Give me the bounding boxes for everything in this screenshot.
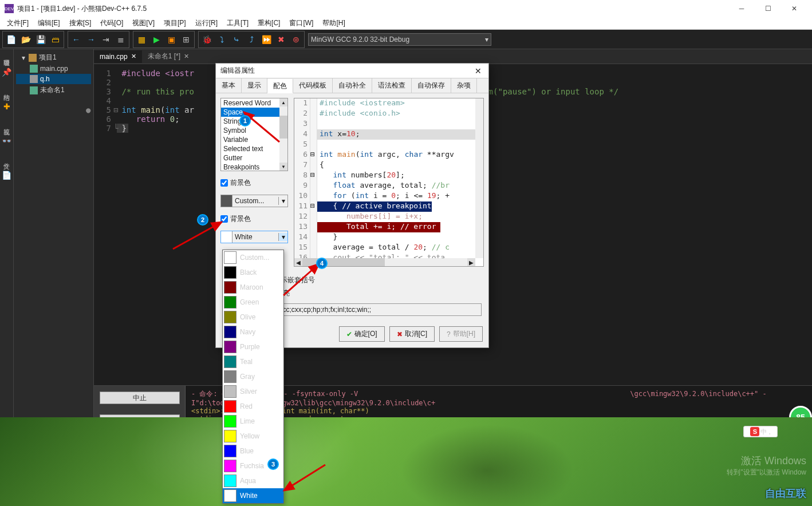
bg-color-value: White — [232, 233, 278, 241]
step-out-icon[interactable]: ⤴ — [245, 33, 258, 46]
menu-search[interactable]: 搜索[S] — [65, 17, 96, 29]
side-tab-files[interactable]: 文件 — [1, 155, 12, 161]
dialog-titlebar[interactable]: 编辑器属性 ✕ — [216, 64, 488, 78]
color-item-purple[interactable]: Purple — [223, 339, 283, 354]
close-button[interactable]: ✕ — [781, 0, 807, 17]
balloon-1: 1 — [239, 115, 251, 126]
side-tab-watch[interactable]: 监视 — [1, 120, 12, 127]
pin-icon[interactable]: 📌 — [1, 64, 13, 80]
stop-debug-icon[interactable]: ✖ — [274, 33, 288, 46]
dtab-display[interactable]: 显示 — [242, 78, 267, 93]
color-item-maroon[interactable]: Maroon — [223, 280, 283, 295]
tree-item-main[interactable]: main.cpp — [16, 64, 91, 74]
menu-window[interactable]: 窗口[W] — [285, 17, 318, 29]
run-icon[interactable]: ▶ — [149, 33, 163, 46]
maximize-button[interactable]: ☐ — [755, 0, 781, 17]
expand-icon[interactable]: ▾ — [21, 54, 26, 62]
color-item-blue[interactable]: Blue — [223, 444, 283, 458]
side-tab-project[interactable]: 项目管理 — [1, 52, 12, 58]
menu-run[interactable]: 运行[R] — [191, 17, 222, 29]
bg-checkbox[interactable]: 背景色 — [220, 213, 288, 225]
open-icon[interactable]: 📂 — [19, 33, 33, 46]
tree-root[interactable]: ▾ 项目1 — [16, 52, 91, 64]
close-icon[interactable]: ✕ — [472, 66, 484, 76]
minimize-button[interactable]: ─ — [728, 0, 755, 17]
help-button[interactable]: ?帮助[H] — [439, 326, 483, 342]
list-item[interactable]: Gutter — [221, 153, 287, 163]
list-item[interactable]: Reserved Word — [221, 98, 287, 108]
menu-project[interactable]: 项目[P] — [159, 17, 191, 29]
menu-refactor[interactable]: 重构[C] — [253, 17, 285, 29]
close-icon[interactable]: ✕ — [131, 53, 136, 60]
save-all-icon[interactable]: 🗃 — [49, 33, 62, 46]
menu-view[interactable]: 视图[V] — [128, 17, 159, 29]
forward-icon[interactable]: → — [84, 33, 98, 46]
site-watermark: 自由互联 — [765, 487, 806, 500]
color-item-custom[interactable]: Custom... — [223, 250, 283, 265]
fg-checkbox[interactable]: 前景色 — [220, 177, 288, 189]
sogou-icon: S — [750, 427, 759, 436]
code-text: int — [165, 105, 184, 114]
menu-edit[interactable]: 编辑[E] — [33, 17, 65, 29]
step-into-icon[interactable]: ⤷ — [230, 33, 243, 46]
color-item-olive[interactable]: Olive — [223, 310, 283, 325]
indent-icon[interactable]: ⇥ — [99, 33, 113, 46]
dtab-snippets[interactable]: 代码模板 — [293, 78, 333, 93]
rebuild-icon[interactable]: ⊞ — [179, 33, 193, 46]
menu-help[interactable]: 帮助[H] — [318, 17, 349, 29]
code-text: ; — [175, 114, 179, 124]
plus-icon[interactable]: ✚ — [2, 98, 11, 114]
back-icon[interactable]: ← — [69, 33, 83, 46]
new-file-icon[interactable]: 📄 — [4, 33, 18, 46]
bg-color-select[interactable]: White ▾ — [220, 231, 288, 243]
compile-run-icon[interactable]: ▣ — [164, 33, 178, 46]
color-item-silver[interactable]: Silver — [223, 384, 283, 399]
close-icon[interactable]: ✕ — [184, 53, 189, 60]
color-item-yellow[interactable]: Yellow — [223, 429, 283, 444]
v-scrollbar[interactable] — [475, 98, 483, 258]
breakpoint-icon[interactable]: ⊚ — [289, 33, 303, 46]
dtab-autosave[interactable]: 自动保存 — [412, 78, 451, 93]
continue-icon[interactable]: ⏩ — [259, 33, 273, 46]
step-over-icon[interactable]: ⤵ — [215, 33, 228, 46]
compiler-select[interactable]: MinGW GCC 9.2.0 32-bit Debug▾ — [308, 33, 491, 46]
tab-main[interactable]: main.cpp ✕ — [94, 50, 142, 63]
ok-label: 确定[O] — [354, 329, 377, 339]
color-swatch — [224, 430, 236, 442]
dtab-basic[interactable]: 基本 — [216, 78, 242, 93]
dtab-syntax[interactable]: 语法检查 — [372, 78, 412, 93]
ime-indicator[interactable]: S 中 , — [743, 426, 778, 437]
compile-icon[interactable]: ▦ — [135, 33, 148, 46]
menu-file[interactable]: 文件[F] — [2, 17, 33, 29]
reformat-icon[interactable]: ≣ — [114, 33, 128, 46]
color-item-white[interactable]: White — [223, 488, 283, 503]
tree-item-unnamed[interactable]: 未命名1 — [16, 84, 91, 96]
dtab-misc[interactable]: 杂项 — [451, 78, 477, 93]
cancel-button[interactable]: ✖取消[C] — [389, 326, 435, 342]
color-item-aqua[interactable]: Aqua — [223, 473, 283, 488]
color-item-red[interactable]: Red — [223, 399, 283, 414]
side-tab-struct[interactable]: 结构 — [1, 86, 12, 93]
dtab-colors[interactable]: 配色 — [267, 79, 293, 93]
color-item-teal[interactable]: Teal — [223, 354, 283, 369]
glasses-icon[interactable]: 👓 — [1, 133, 13, 149]
color-item-green[interactable]: Green — [223, 295, 283, 310]
debug-icon[interactable]: 🐞 — [200, 33, 214, 46]
fg-color-select[interactable]: Custom... ▾ — [220, 195, 288, 207]
file-icon[interactable]: 📄 — [1, 167, 13, 183]
color-item-black[interactable]: Black — [223, 265, 283, 280]
stop-button[interactable]: 中止 — [100, 392, 180, 404]
chevron-down-icon[interactable]: ▾ — [278, 197, 287, 205]
save-icon[interactable]: 💾 — [34, 33, 48, 46]
tree-item-qh[interactable]: q.h — [16, 74, 91, 84]
chevron-down-icon[interactable]: ▾ — [278, 233, 287, 241]
menu-tools[interactable]: 工具[T] — [222, 17, 253, 29]
tab-unnamed[interactable]: 未命名1 [*] ✕ — [142, 49, 195, 64]
list-item[interactable]: Breakpoints — [221, 163, 287, 171]
menu-code[interactable]: 代码[O] — [96, 17, 128, 29]
color-item-lime[interactable]: Lime — [223, 414, 283, 429]
dtab-complete[interactable]: 自动补全 — [333, 78, 372, 93]
ok-button[interactable]: ✔确定[O] — [339, 326, 385, 342]
color-item-navy[interactable]: Navy — [223, 325, 283, 339]
color-item-gray[interactable]: Gray — [223, 369, 283, 384]
